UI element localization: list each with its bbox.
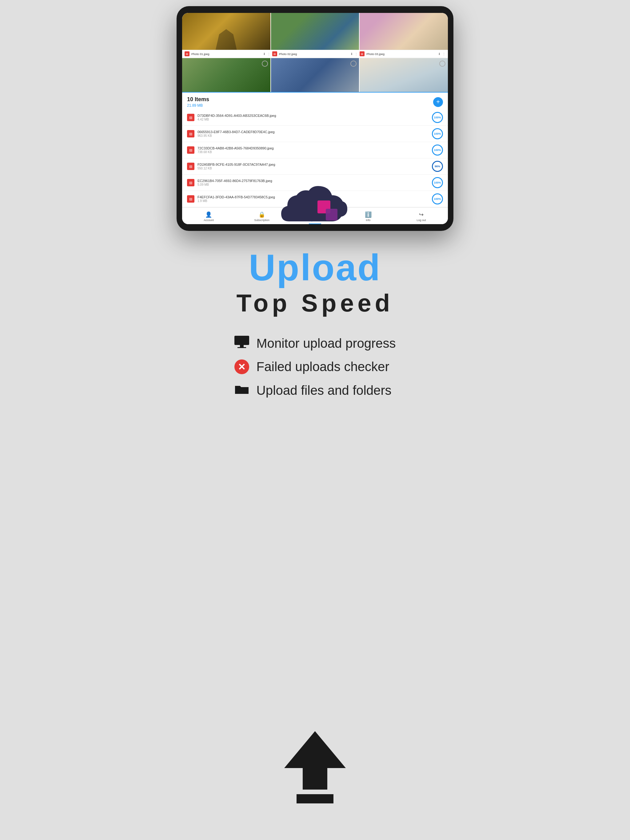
- progress-1: 100%: [432, 128, 443, 139]
- photo-cell-5: [271, 58, 359, 92]
- download-icon-3[interactable]: ⬇: [438, 52, 440, 56]
- hero-section: Upload Top Speed Monitor upload progress…: [177, 178, 453, 431]
- upload-arrow-section: [278, 728, 352, 809]
- file-thumb-0: [187, 114, 195, 121]
- file-size-3: 550.12 KB: [198, 167, 429, 170]
- list-item: Monitor upload progress: [234, 336, 396, 351]
- list-item: ✕ Failed uploads checker: [234, 359, 396, 374]
- progress-3: 96%: [432, 161, 443, 172]
- table-row: FD2A5BFB-9CFE-4105-918F-0C67AC97AA47.jpe…: [182, 158, 448, 175]
- download-icon-1[interactable]: ⬇: [263, 52, 266, 56]
- file-icon-3: [359, 51, 364, 56]
- file-size-1: 963.95 KB: [198, 134, 429, 137]
- file-name-0: D73DBF4D-3564-4D91-A403-AB32S3CEAC6B.jpe…: [198, 114, 429, 117]
- file-info-3: FD2A5BFB-9CFE-4105-918F-0C67AC97AA47.jpe…: [198, 163, 429, 170]
- file-info-2: 72C33DCB-4AB8-42B8-A565-7684D9350890.jpe…: [198, 146, 429, 154]
- folder-icon: [234, 383, 249, 398]
- upload-arrow-icon: [278, 728, 352, 808]
- more-icon-1[interactable]: ⋮: [268, 52, 271, 56]
- more-icon-2[interactable]: ⋮: [355, 52, 358, 56]
- monitor-icon: [234, 336, 249, 351]
- filename-2: Photo 02.jpeg: [279, 52, 349, 56]
- feature-text-2: Upload files and folders: [256, 383, 392, 398]
- filename-1: Photo 01.jpeg: [192, 52, 261, 56]
- photo-grid-row2: [182, 58, 448, 92]
- filename-row-1: Photo 01.jpeg ⬇ ⋮ Photo 02.jpeg ⬇ ⋮ Phot…: [182, 50, 448, 57]
- file-thumb-2: [187, 146, 195, 154]
- svg-marker-5: [284, 731, 346, 789]
- svg-rect-2: [234, 336, 249, 345]
- photo-cell-1: [182, 13, 271, 50]
- progress-2: 100%: [432, 145, 443, 156]
- photo-cell-2: [271, 13, 359, 50]
- items-size: 21.89 MB: [187, 103, 209, 107]
- table-row: 72C33DCB-4AB8-42B8-A565-7684D9350890.jpe…: [182, 142, 448, 158]
- items-info: 10 Items 21.89 MB: [187, 96, 209, 107]
- file-name-1: 06655913-E8F7-46B3-84D7-CADEF8D70E4C.jpe…: [198, 130, 429, 134]
- photo-cell-4: [182, 58, 271, 92]
- file-info-1: 06655913-E8F7-46B3-84D7-CADEF8D70E4C.jpe…: [198, 130, 429, 137]
- download-icon-2[interactable]: ⬇: [350, 52, 353, 56]
- feature-list: Monitor upload progress ✕ Failed uploads…: [234, 336, 396, 407]
- feature-text-1: Failed uploads checker: [256, 359, 389, 374]
- feature-text-0: Monitor upload progress: [256, 336, 396, 351]
- circle-indicator-6: [439, 61, 445, 67]
- x-circle-icon: ✕: [234, 359, 249, 374]
- file-thumb-1: [187, 130, 195, 137]
- svg-rect-3: [240, 345, 244, 347]
- file-info-0: D73DBF4D-3564-4D91-A403-AB32S3CEAC6B.jpe…: [198, 114, 429, 121]
- photo-cell-3: [359, 13, 448, 50]
- file-name-3: FD2A5BFB-9CFE-4105-918F-0C67AC97AA47.jpe…: [198, 163, 429, 166]
- add-button[interactable]: +: [433, 97, 443, 107]
- file-name-2: 72C33DCB-4AB8-42B8-A565-7684D9350890.jpe…: [198, 146, 429, 150]
- svg-rect-6: [296, 794, 334, 804]
- svg-rect-4: [237, 347, 246, 348]
- file-size-2: 738.68 KB: [198, 150, 429, 154]
- file-icon-2: [272, 51, 277, 56]
- file-icon-1: [185, 51, 190, 56]
- filename-3: Photo 03.jpeg: [366, 52, 436, 56]
- upload-title: Upload: [177, 249, 453, 286]
- items-count: 10 Items: [187, 96, 209, 103]
- svg-rect-1: [326, 209, 337, 221]
- file-thumb-3: [187, 163, 195, 170]
- app-logo: [272, 178, 358, 240]
- photo-cell-6: [359, 58, 448, 92]
- circle-indicator-5: [350, 61, 356, 67]
- table-row: 06655913-E8F7-46B3-84D7-CADEF8D70E4C.jpe…: [182, 126, 448, 142]
- items-header: 10 Items 21.89 MB +: [182, 92, 448, 109]
- list-item: Upload files and folders: [234, 383, 396, 398]
- more-icon-3[interactable]: ⋮: [442, 52, 445, 56]
- top-speed-title: Top Speed: [177, 289, 453, 317]
- progress-0: 100%: [432, 112, 443, 123]
- table-row: D73DBF4D-3564-4D91-A403-AB32S3CEAC6B.jpe…: [182, 109, 448, 126]
- file-size-0: 4.42 MB: [198, 118, 429, 121]
- photo-grid-row1: [182, 13, 448, 50]
- circle-indicator-4: [262, 61, 268, 67]
